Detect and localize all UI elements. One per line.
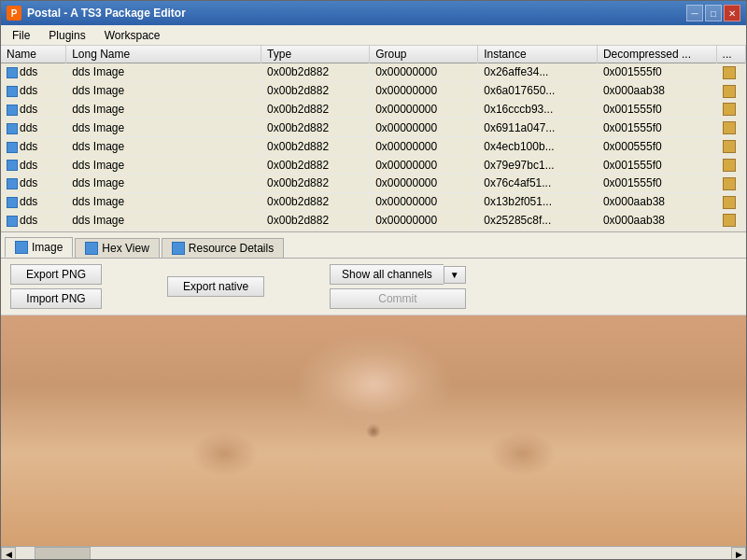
table-row[interactable]: ddsdds Image0x00b2d8820x000000000x79e97b… — [1, 156, 746, 175]
cell-group: 0x00000000 — [370, 211, 478, 230]
tab-hexview-label: Hex View — [102, 242, 148, 255]
cell-instance: 0x13b2f051... — [478, 192, 598, 211]
table-row[interactable]: ddsdds Image0x00b2d8820x000000000x4ecb10… — [1, 137, 746, 156]
cell-extra — [716, 63, 745, 82]
cell-longname: dds Image — [66, 156, 261, 175]
table-header-row: Name Long Name Type Group Instance Decom… — [1, 46, 746, 63]
minimize-button[interactable]: ─ — [686, 5, 703, 21]
cell-type: 0x00b2d882 — [261, 137, 370, 156]
menu-plugins[interactable]: Plugins — [41, 27, 92, 44]
cell-group: 0x00000000 — [370, 63, 478, 82]
tab-image[interactable]: Image — [5, 237, 73, 258]
cell-longname: dds Image — [66, 100, 261, 119]
col-header-decompressed[interactable]: Decompressed ... — [597, 46, 716, 63]
resource-table: Name Long Name Type Group Instance Decom… — [1, 46, 746, 231]
col-header-instance[interactable]: Instance — [478, 46, 598, 63]
main-container: Name Long Name Type Group Instance Decom… — [1, 46, 746, 560]
title-bar: P Postal - A TS3 Package Editor ─ □ ✕ — [1, 1, 746, 25]
cell-decompressed: 0x001555f0 — [597, 100, 716, 119]
export-native-button[interactable]: Export native — [167, 276, 264, 297]
table-row[interactable]: ddsdds Image0x00b2d8820x000000000x25285c… — [1, 211, 746, 230]
scroll-right-button[interactable]: ▶ — [731, 547, 746, 561]
scroll-thumb-horizontal[interactable] — [35, 547, 91, 560]
table-row[interactable]: ddsdds Image0x00b2d8820x000000000x13b2f0… — [1, 192, 746, 211]
cell-longname: dds Image — [66, 119, 261, 137]
cell-extra — [716, 211, 745, 230]
col-header-group[interactable]: Group — [370, 46, 478, 63]
cell-group: 0x00000000 — [370, 192, 478, 211]
col-header-extra[interactable]: ... — [716, 46, 745, 63]
image-area — [1, 315, 746, 546]
cell-decompressed: 0x000aab38 — [597, 211, 716, 230]
cell-type: 0x00b2d882 — [261, 192, 370, 211]
cell-extra — [716, 137, 745, 156]
cell-group: 0x00000000 — [370, 81, 478, 100]
bottom-scrollbar[interactable]: ◀ ▶ — [1, 546, 746, 560]
cell-extra — [716, 81, 745, 100]
title-bar-left: P Postal - A TS3 Package Editor — [7, 6, 186, 21]
cell-group: 0x00000000 — [370, 119, 478, 137]
cell-extra — [716, 230, 745, 231]
app-icon: P — [7, 6, 21, 21]
cell-type: 0x00b2d882 — [261, 119, 370, 137]
window-frame: P Postal - A TS3 Package Editor ─ □ ✕ Fi… — [0, 0, 747, 560]
cell-instance: 0x79e97bc1... — [478, 156, 598, 175]
col-header-type[interactable]: Type — [261, 46, 370, 63]
cell-instance: 0x16cccb93... — [478, 100, 598, 119]
menu-workspace[interactable]: Workspace — [97, 27, 168, 44]
export-png-button[interactable]: Export PNG — [10, 264, 102, 285]
cell-group: 0x00000000 — [370, 100, 478, 119]
cell-extra — [716, 156, 745, 175]
cell-type: 0x00b2d882 — [261, 156, 370, 175]
cell-extra — [716, 100, 745, 119]
commit-button[interactable]: Commit — [330, 288, 466, 309]
title-controls: ─ □ ✕ — [686, 5, 740, 21]
menu-bar: File Plugins Workspace — [1, 25, 746, 46]
table-row[interactable]: ddsdds Image0x00b2d8820x000000000x26affe… — [1, 63, 746, 82]
show-channels-dropdown[interactable]: ▼ — [444, 266, 466, 284]
cell-extra — [716, 119, 745, 137]
tab-image-label: Image — [32, 241, 63, 254]
import-png-button[interactable]: Import PNG — [10, 288, 102, 309]
cell-decompressed: 0x000aab38 — [597, 192, 716, 211]
show-channels-container: Show all channels ▼ — [330, 264, 466, 285]
cell-name: dds — [1, 156, 66, 175]
cell-longname: dds Image — [66, 81, 261, 100]
show-channels-button[interactable]: Show all channels — [330, 264, 444, 285]
cell-longname: dds Image — [66, 174, 261, 192]
controls-bar: Export PNG Import PNG Export native Show… — [1, 259, 746, 315]
cell-longname: dds Image — [66, 211, 261, 230]
cell-longname: dds Image — [66, 137, 261, 156]
table-row[interactable]: ddsdds Image0x00b2d8820x000000000x6a0176… — [1, 81, 746, 100]
table-row[interactable]: ddsdds Image0x00b2d8820x000000000x0d6abe… — [1, 230, 746, 231]
cell-type: 0x00b2d882 — [261, 174, 370, 192]
col-header-name[interactable]: Name — [1, 46, 66, 63]
cell-name: dds — [1, 211, 66, 230]
col-header-longname[interactable]: Long Name — [66, 46, 261, 63]
cell-extra — [716, 174, 745, 192]
cell-type: 0x00b2d882 — [261, 230, 370, 231]
table-row[interactable]: ddsdds Image0x00b2d8820x000000000x16cccb… — [1, 100, 746, 119]
menu-file[interactable]: File — [5, 27, 37, 44]
cell-name: dds — [1, 192, 66, 211]
middle-controls: Export native — [167, 276, 264, 297]
cell-name: dds — [1, 174, 66, 192]
left-controls: Export PNG Import PNG — [10, 264, 102, 309]
scroll-left-button[interactable]: ◀ — [1, 547, 16, 561]
resourcedetails-tab-icon — [172, 242, 185, 255]
table-row[interactable]: ddsdds Image0x00b2d8820x000000000x6911a0… — [1, 119, 746, 137]
cell-instance: 0x6a017650... — [478, 81, 598, 100]
scroll-track-horizontal[interactable] — [16, 547, 731, 560]
tab-resourcedetails[interactable]: Resource Details — [162, 238, 284, 258]
cell-type: 0x00b2d882 — [261, 81, 370, 100]
table-scroll[interactable]: Name Long Name Type Group Instance Decom… — [1, 46, 746, 231]
tab-resourcedetails-label: Resource Details — [189, 242, 274, 255]
cell-instance: 0x26affe34... — [478, 63, 598, 82]
maximize-button[interactable]: □ — [705, 5, 722, 21]
close-button[interactable]: ✕ — [724, 5, 740, 21]
cell-type: 0x00b2d882 — [261, 211, 370, 230]
table-row[interactable]: ddsdds Image0x00b2d8820x000000000x76c4af… — [1, 174, 746, 192]
cell-group: 0x00000000 — [370, 174, 478, 192]
tabs-bar: Image Hex View Resource Details — [1, 232, 746, 259]
tab-hexview[interactable]: Hex View — [75, 238, 159, 258]
